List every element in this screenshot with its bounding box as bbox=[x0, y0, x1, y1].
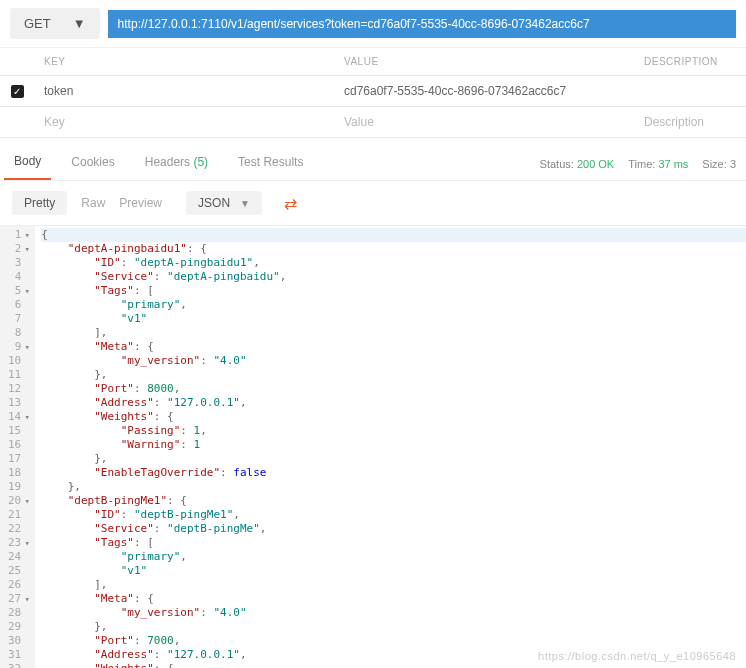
line-gutter: 1▾2▾345▾6789▾1011121314▾151617181920▾212… bbox=[0, 226, 35, 668]
param-checkbox[interactable]: ✓ bbox=[11, 85, 24, 98]
tab-test-results[interactable]: Test Results bbox=[228, 149, 313, 179]
wrap-icon[interactable]: ⇄ bbox=[284, 194, 297, 213]
format-select[interactable]: JSON ▼ bbox=[186, 191, 262, 215]
status-area: Status: 200 OK Time: 37 ms Size: 3 bbox=[540, 158, 736, 170]
status-size: 3 bbox=[730, 158, 736, 170]
tab-cookies[interactable]: Cookies bbox=[61, 149, 124, 179]
url-input[interactable] bbox=[108, 10, 736, 38]
method-select[interactable]: GET ▼ bbox=[10, 8, 100, 39]
view-pretty[interactable]: Pretty bbox=[12, 191, 67, 215]
header-key: KEY bbox=[34, 52, 334, 71]
param-key-placeholder[interactable]: Key bbox=[34, 107, 334, 137]
param-desc[interactable] bbox=[634, 76, 746, 106]
param-value-placeholder[interactable]: Value bbox=[334, 107, 634, 137]
header-value: VALUE bbox=[334, 52, 634, 71]
tab-body[interactable]: Body bbox=[4, 148, 51, 180]
tab-headers[interactable]: Headers (5) bbox=[135, 149, 218, 179]
view-preview[interactable]: Preview bbox=[119, 196, 162, 210]
response-body[interactable]: { "deptA-pingbaidu1": { "ID": "deptA-pin… bbox=[35, 226, 746, 668]
method-label: GET bbox=[24, 16, 51, 31]
param-desc-placeholder[interactable]: Description bbox=[634, 107, 746, 137]
watermark: https://blog.csdn.net/q_y_e10965648 bbox=[538, 650, 736, 662]
chevron-down-icon: ▼ bbox=[240, 198, 250, 209]
param-row-new: Key Value Description bbox=[0, 107, 746, 138]
params-header: KEY VALUE DESCRIPTION bbox=[0, 48, 746, 76]
param-key[interactable]: token bbox=[34, 76, 334, 106]
param-row: ✓ token cd76a0f7-5535-40cc-8696-073462ac… bbox=[0, 76, 746, 107]
header-desc: DESCRIPTION bbox=[634, 52, 746, 71]
view-raw[interactable]: Raw bbox=[81, 196, 105, 210]
chevron-down-icon: ▼ bbox=[73, 16, 86, 31]
status-time: 37 ms bbox=[658, 158, 688, 170]
status-code: 200 OK bbox=[577, 158, 614, 170]
param-value[interactable]: cd76a0f7-5535-40cc-8696-073462acc6c7 bbox=[334, 76, 634, 106]
